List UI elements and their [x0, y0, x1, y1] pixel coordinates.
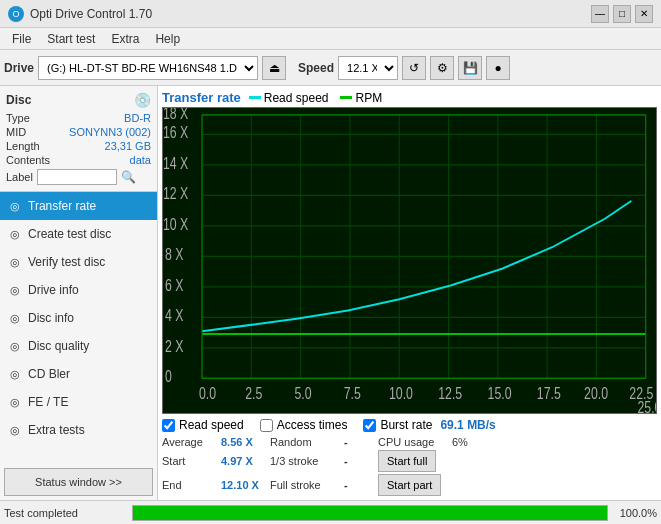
svg-text:12.5: 12.5	[438, 384, 462, 402]
third-stroke-label: 1/3 stroke	[270, 455, 340, 467]
speed-select[interactable]: 12.1 X	[338, 56, 398, 80]
status-window-btn[interactable]: Status window >>	[4, 468, 153, 496]
progress-bar-container	[132, 505, 608, 521]
svg-text:14 X: 14 X	[163, 154, 189, 172]
type-label: Type	[6, 112, 30, 124]
nav-icon-2: ◎	[8, 256, 22, 269]
contents-label: Contents	[6, 154, 50, 166]
nav-item-fe-te[interactable]: ◎FE / TE	[0, 388, 157, 416]
refresh-btn[interactable]: ↺	[402, 56, 426, 80]
nav-label-4: Disc info	[28, 311, 74, 325]
third-stroke-value: -	[344, 455, 374, 467]
start-full-btn[interactable]: Start full	[378, 450, 436, 472]
save-btn[interactable]: 💾	[458, 56, 482, 80]
nav-item-verify-test-disc[interactable]: ◎Verify test disc	[0, 248, 157, 276]
menu-bar: FileStart testExtraHelp	[0, 28, 661, 50]
nav-item-cd-bler[interactable]: ◎CD Bler	[0, 360, 157, 388]
nav-icon-3: ◎	[8, 284, 22, 297]
nav-label-2: Verify test disc	[28, 255, 105, 269]
status-bar: Test completed 100.0%	[0, 500, 661, 524]
burn-btn[interactable]: ●	[486, 56, 510, 80]
nav-item-transfer-rate[interactable]: ◎Transfer rate	[0, 192, 157, 220]
nav-item-disc-quality[interactable]: ◎Disc quality	[0, 332, 157, 360]
nav-item-disc-info[interactable]: ◎Disc info	[0, 304, 157, 332]
nav-icon-0: ◎	[8, 200, 22, 213]
minimize-btn[interactable]: —	[591, 5, 609, 23]
disc-type-row: Type BD-R	[6, 112, 151, 124]
svg-text:10.0: 10.0	[389, 384, 413, 402]
nav-label-6: CD Bler	[28, 367, 70, 381]
maximize-btn[interactable]: □	[613, 5, 631, 23]
nav-item-drive-info[interactable]: ◎Drive info	[0, 276, 157, 304]
start-part-btn[interactable]: Start part	[378, 474, 441, 496]
disc-title: Disc	[6, 93, 31, 107]
legend-read-color	[249, 96, 261, 99]
svg-text:25.0 GB: 25.0 GB	[638, 398, 656, 413]
full-stroke-label: Full stroke	[270, 479, 340, 491]
nav-item-extra-tests[interactable]: ◎Extra tests	[0, 416, 157, 444]
nav-label-0: Transfer rate	[28, 199, 96, 213]
nav-item-create-test-disc[interactable]: ◎Create test disc	[0, 220, 157, 248]
svg-text:20.0: 20.0	[584, 384, 608, 402]
stats-row-2: Start 4.97 X 1/3 stroke - Start full	[162, 450, 657, 472]
drive-select[interactable]: (G:) HL-DT-ST BD-RE WH16NS48 1.D3	[38, 56, 258, 80]
disc-contents-row: Contents data	[6, 154, 151, 166]
chart-area: Transfer rate Read speed RPM	[158, 86, 661, 500]
access-times-checkbox-label: Access times	[277, 418, 348, 432]
svg-text:5.0: 5.0	[294, 384, 311, 402]
status-text: Test completed	[4, 507, 124, 519]
nav-items: ◎Transfer rate◎Create test disc◎Verify t…	[0, 192, 157, 464]
svg-text:15.0: 15.0	[488, 384, 512, 402]
progress-bar-fill	[133, 506, 607, 520]
disc-panel: Disc 💿 Type BD-R MID SONYNN3 (002) Lengt…	[0, 86, 157, 192]
contents-value: data	[130, 154, 151, 166]
disc-mid-row: MID SONYNN3 (002)	[6, 126, 151, 138]
legend-rpm: RPM	[340, 91, 382, 105]
svg-text:2 X: 2 X	[165, 337, 184, 355]
progress-pct: 100.0%	[620, 507, 657, 519]
nav-label-5: Disc quality	[28, 339, 89, 353]
read-speed-checkbox[interactable]	[162, 419, 175, 432]
disc-length-row: Length 23,31 GB	[6, 140, 151, 152]
svg-rect-0	[163, 108, 656, 413]
nav-label-3: Drive info	[28, 283, 79, 297]
svg-text:6 X: 6 X	[165, 276, 184, 294]
cpu-label: CPU usage	[378, 436, 448, 448]
app-icon: O	[8, 6, 24, 22]
access-times-checkbox[interactable]	[260, 419, 273, 432]
label-input[interactable]	[37, 169, 117, 185]
random-label: Random	[270, 436, 340, 448]
nav-label-7: FE / TE	[28, 395, 68, 409]
main-area: Disc 💿 Type BD-R MID SONYNN3 (002) Lengt…	[0, 86, 661, 500]
settings-btn[interactable]: ⚙	[430, 56, 454, 80]
label-label: Label	[6, 171, 33, 183]
full-stroke-value: -	[344, 479, 374, 491]
mid-value: SONYNN3 (002)	[69, 126, 151, 138]
checkbox-read-speed: Read speed	[162, 418, 244, 432]
stats-row-3: End 12.10 X Full stroke - Start part	[162, 474, 657, 496]
menu-item-help[interactable]: Help	[147, 30, 188, 48]
legend-read-label: Read speed	[264, 91, 329, 105]
nav-label-8: Extra tests	[28, 423, 85, 437]
menu-item-file[interactable]: File	[4, 30, 39, 48]
avg-value: 8.56 X	[221, 436, 266, 448]
legend-rpm-color	[340, 96, 352, 99]
random-value: -	[344, 436, 374, 448]
start-label: Start	[162, 455, 217, 467]
nav-icon-4: ◎	[8, 312, 22, 325]
svg-text:8 X: 8 X	[165, 246, 184, 264]
burst-rate-checkbox-label: Burst rate	[380, 418, 432, 432]
eject-btn[interactable]: ⏏	[262, 56, 286, 80]
length-value: 23,31 GB	[105, 140, 151, 152]
close-btn[interactable]: ✕	[635, 5, 653, 23]
menu-item-extra[interactable]: Extra	[103, 30, 147, 48]
nav-icon-5: ◎	[8, 340, 22, 353]
length-label: Length	[6, 140, 40, 152]
read-speed-checkbox-label: Read speed	[179, 418, 244, 432]
chart-legend: Read speed RPM	[249, 91, 382, 105]
disc-label-row: Label 🔍	[6, 169, 151, 185]
checkbox-burst-rate: Burst rate 69.1 MB/s	[363, 418, 495, 432]
menu-item-start-test[interactable]: Start test	[39, 30, 103, 48]
burst-rate-checkbox[interactable]	[363, 419, 376, 432]
svg-text:16 X: 16 X	[163, 124, 189, 142]
